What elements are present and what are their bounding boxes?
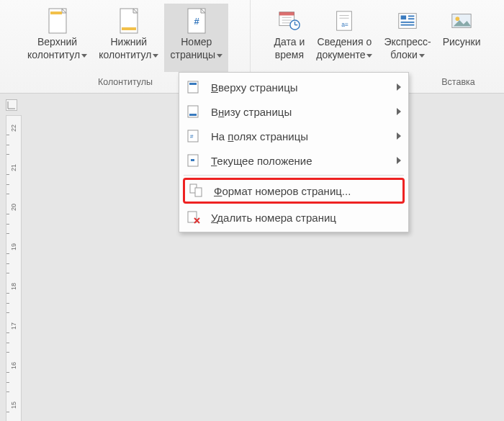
ribbon-row: Верхний колонтитул Нижний колонтитул [0,0,504,72]
svg-rect-36 [188,212,197,222]
current-position-icon [186,153,202,168]
format-page-numbers-icon [189,184,205,198]
pictures-button-label1: Рисунки [443,36,481,48]
ruler-mark: 15 [10,398,17,412]
svg-rect-7 [279,12,294,16]
menu-item-format-page-numbers[interactable]: Формат номеров страниц... [183,178,405,204]
doc-info-button-label1: Сведения о [318,36,372,48]
caret-icon [81,54,87,58]
menu-item-bottom-of-page[interactable]: Внизу страницы [179,99,408,124]
date-time-icon [278,6,301,35]
ruler-mark: 19 [10,240,17,254]
date-time-button[interactable]: Дата и время [269,4,311,72]
doc-info-button-label2: документе [316,49,372,61]
doc-info-button[interactable]: a≡ Сведения о документе [310,4,378,72]
svg-rect-27 [189,83,197,85]
ruler-corner [6,99,17,111]
ruler-mark: 22 [10,121,17,135]
submenu-arrow-icon [397,157,401,164]
ribbon-group-insert: Дата и время a≡ Сведения о документе [251,0,504,72]
submenu-arrow-icon [397,108,401,115]
menu-item-label: Внизу страницы [211,106,391,118]
footer-icon [117,6,140,35]
menu-item-remove-page-numbers[interactable]: Удалить номера страниц [179,205,408,230]
svg-text:#: # [194,16,199,27]
ribbon-group-header-footer: Верхний колонтитул Нижний колонтитул [0,0,251,72]
ruler-mark: 20 [10,200,17,214]
svg-rect-29 [189,114,197,116]
footer-button-label1: Нижний [110,36,147,48]
svg-text:#: # [190,133,194,140]
top-of-page-icon [186,80,202,94]
quick-parts-icon [396,6,419,35]
quick-parts-button[interactable]: Экспресс- блоки [378,4,436,72]
ruler-mark: 21 [10,160,17,175]
footer-button-label2: колонтитул [99,49,158,61]
menu-item-label: Формат номеров страниц... [214,185,398,197]
caret-icon [217,54,222,58]
page-number-button[interactable]: # Номер страницы [164,4,228,72]
pictures-button-label2 [460,49,463,61]
ruler-mark: 17 [10,319,17,333]
menu-item-page-margins[interactable]: # На полях страницы [179,124,408,148]
page-number-menu: Вверху страницы Внизу страницы # На поля… [179,72,409,232]
caret-icon [153,54,158,58]
menu-item-label: Текущее положение [211,155,391,167]
menu-item-label: На полях страницы [211,130,391,142]
menu-item-label: Вверху страницы [211,81,391,94]
submenu-arrow-icon [397,132,401,140]
menu-item-current-position[interactable]: Текущее положение [179,148,408,173]
svg-rect-3 [122,27,136,30]
header-button-label1: Верхний [37,36,77,48]
svg-point-25 [456,17,460,21]
quick-parts-button-label2: блоки [390,49,424,61]
page-number-icon: # [185,6,208,35]
submenu-arrow-icon [397,83,401,91]
ruler-mark: 16 [10,358,17,373]
pictures-button[interactable]: Рисунки [437,4,487,72]
svg-rect-19 [401,15,407,19]
bottom-of-page-icon [186,104,202,119]
pictures-icon [450,6,473,35]
ruler-mark: 18 [10,279,17,294]
date-time-button-label2: время [275,49,304,61]
vertical-ruler[interactable]: 2221201918171615 [6,115,22,421]
page-margins-icon: # [186,129,202,143]
header-icon [46,6,69,35]
doc-info-icon: a≡ [333,6,356,35]
caret-icon [419,54,425,58]
page-number-button-label2: страницы [170,49,222,61]
menu-item-top-of-page[interactable]: Вверху страницы [179,75,408,99]
svg-rect-1 [50,12,62,14]
svg-rect-35 [195,188,202,196]
quick-parts-button-label1: Экспресс- [384,36,431,48]
svg-rect-33 [191,159,194,161]
page-number-button-label1: Номер [181,36,212,48]
date-time-button-label1: Дата и [274,36,305,48]
header-button-label2: колонтитул [27,49,87,61]
menu-separator [184,175,404,176]
header-button[interactable]: Верхний колонтитул [22,4,93,72]
menu-item-label: Удалить номера страниц [211,212,401,224]
caret-icon [366,54,372,58]
svg-text:a≡: a≡ [342,21,349,28]
remove-page-numbers-icon [186,210,202,225]
footer-button[interactable]: Нижний колонтитул [93,4,164,72]
